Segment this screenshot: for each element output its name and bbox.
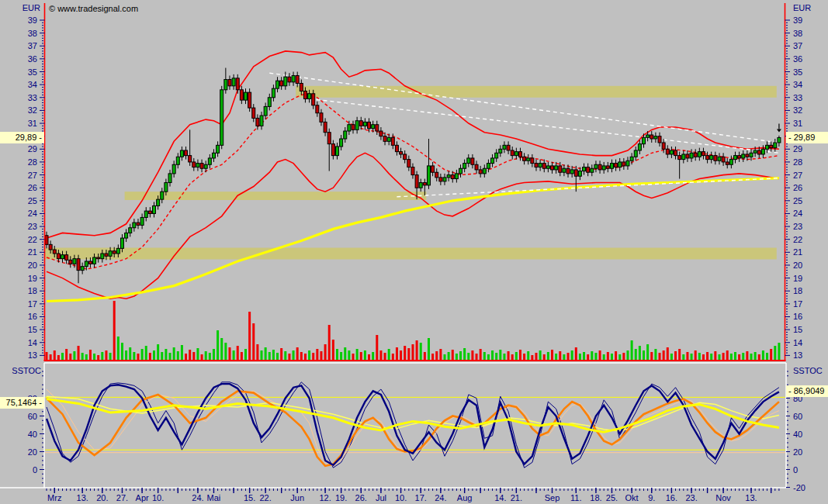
svg-text:0: 0	[33, 465, 37, 475]
svg-text:23: 23	[793, 222, 802, 231]
svg-text:11.: 11.	[570, 493, 581, 502]
svg-text:34: 34	[793, 80, 802, 89]
svg-text:24.: 24.	[192, 493, 203, 502]
svg-text:31: 31	[28, 119, 37, 128]
svg-text:26: 26	[793, 183, 802, 192]
svg-text:14.: 14.	[494, 493, 506, 502]
currency-axis-label-right: EUR	[793, 2, 811, 13]
sstoc-panel-title-left: SSTOC	[0, 365, 41, 376]
svg-text:21: 21	[28, 247, 37, 257]
svg-text:20: 20	[793, 261, 802, 270]
svg-text:32: 32	[28, 105, 37, 115]
svg-text:22: 22	[793, 235, 802, 244]
svg-text:20: 20	[28, 261, 37, 270]
svg-text:19.: 19.	[335, 493, 347, 502]
svg-text:40: 40	[28, 430, 37, 439]
svg-text:15.: 15.	[244, 493, 255, 502]
svg-text:23.: 23.	[685, 493, 697, 502]
svg-text:36: 36	[28, 54, 37, 64]
svg-text:21.: 21.	[511, 493, 522, 502]
svg-text:37: 37	[793, 41, 802, 50]
svg-text:9.: 9.	[648, 493, 655, 502]
svg-text:13.: 13.	[77, 493, 88, 502]
chart-canvas[interactable]: 1313141415151616171718181919202021212222…	[0, 0, 828, 504]
svg-text:Apr: Apr	[136, 493, 149, 502]
copyright-watermark: © www.tradesignal.com	[49, 3, 138, 14]
svg-text:35: 35	[793, 67, 802, 77]
svg-text:37: 37	[28, 41, 37, 50]
svg-text:Sep: Sep	[545, 493, 560, 502]
svg-text:0: 0	[793, 465, 798, 475]
svg-text:18.: 18.	[590, 493, 601, 502]
svg-text:19: 19	[793, 274, 802, 283]
svg-text:29: 29	[28, 144, 37, 154]
svg-text:Mai: Mai	[207, 493, 221, 502]
svg-text:24: 24	[793, 209, 802, 218]
svg-text:Jun: Jun	[290, 493, 304, 502]
svg-text:17.: 17.	[415, 493, 427, 502]
svg-text:32: 32	[793, 105, 802, 115]
svg-text:13: 13	[28, 350, 37, 360]
svg-text:21: 21	[793, 247, 802, 257]
currency-axis-label-left: EUR	[0, 2, 40, 13]
svg-text:36: 36	[793, 54, 802, 64]
svg-text:Okt: Okt	[625, 493, 639, 502]
svg-text:18: 18	[28, 286, 37, 295]
svg-text:20: 20	[28, 447, 37, 457]
svg-text:13.: 13.	[745, 493, 757, 502]
svg-text:23: 23	[28, 222, 37, 231]
svg-text:17: 17	[793, 299, 802, 309]
sstoc-value-label-left: 75,1464 -	[0, 397, 44, 409]
svg-text:Mrz: Mrz	[47, 493, 61, 502]
svg-text:27: 27	[28, 171, 37, 180]
svg-text:14: 14	[28, 338, 37, 347]
svg-text:25: 25	[28, 196, 37, 205]
svg-text:Nov: Nov	[715, 493, 731, 502]
svg-text:60: 60	[28, 412, 37, 421]
last-price-label-right: - 29,89	[786, 132, 828, 143]
svg-text:33: 33	[793, 93, 802, 102]
svg-text:Jul: Jul	[376, 493, 386, 502]
svg-text:13: 13	[793, 350, 802, 360]
svg-text:24: 24	[28, 209, 37, 218]
svg-text:12.: 12.	[319, 493, 331, 502]
svg-text:-20: -20	[793, 483, 805, 492]
svg-text:38: 38	[793, 29, 802, 38]
svg-text:18: 18	[793, 286, 802, 295]
svg-text:22.: 22.	[260, 493, 272, 502]
svg-text:16: 16	[793, 312, 802, 321]
last-price-label-left: 29,89 -	[0, 132, 44, 143]
svg-text:19: 19	[28, 274, 37, 283]
svg-text:38: 38	[28, 29, 37, 38]
svg-text:33: 33	[28, 93, 37, 102]
svg-text:22: 22	[28, 235, 37, 244]
svg-text:24.: 24.	[435, 493, 446, 502]
svg-text:Aug: Aug	[457, 493, 473, 502]
svg-text:35: 35	[28, 67, 37, 77]
svg-text:29: 29	[793, 144, 802, 154]
svg-text:34: 34	[28, 80, 37, 89]
svg-text:10.: 10.	[395, 493, 407, 502]
svg-text:39: 39	[793, 16, 802, 25]
svg-text:15: 15	[28, 325, 37, 334]
svg-text:26.: 26.	[355, 493, 367, 502]
svg-text:26: 26	[28, 183, 37, 192]
svg-text:14: 14	[793, 338, 802, 347]
svg-text:31: 31	[793, 119, 802, 128]
svg-text:39: 39	[28, 16, 37, 25]
svg-text:20: 20	[793, 447, 802, 457]
svg-text:16.: 16.	[666, 493, 677, 502]
svg-text:28: 28	[28, 157, 37, 167]
svg-text:60: 60	[793, 412, 802, 421]
sstoc-panel-title-right: SSTOC	[793, 365, 823, 376]
svg-text:25: 25	[793, 196, 802, 205]
trading-chart-window: 1313141415151616171718181919202021212222…	[0, 0, 828, 504]
svg-text:20.: 20.	[96, 493, 108, 502]
svg-text:28: 28	[793, 157, 802, 167]
svg-text:27.: 27.	[116, 493, 128, 502]
svg-text:15: 15	[793, 325, 802, 334]
svg-text:27: 27	[793, 171, 802, 180]
svg-text:10.: 10.	[152, 493, 164, 502]
svg-text:25.: 25.	[606, 493, 618, 502]
sstoc-value-label-right: - 86,9049	[786, 385, 828, 397]
